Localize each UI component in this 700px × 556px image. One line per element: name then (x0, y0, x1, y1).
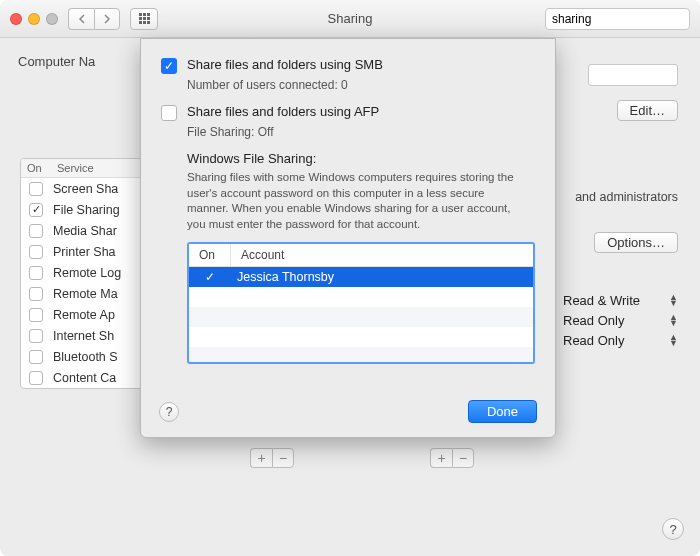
sheet-help-button[interactable]: ? (159, 402, 179, 422)
service-checkbox[interactable] (29, 182, 43, 196)
file-sharing-options-sheet: ✓ Share files and folders using SMB Numb… (140, 38, 556, 438)
afp-option-row[interactable]: Share files and folders using AFP (161, 104, 535, 121)
options-button[interactable]: Options… (594, 232, 678, 253)
service-checkbox[interactable] (29, 266, 43, 280)
nav-back-forward (68, 8, 120, 30)
admin-hint: and administrators (575, 190, 678, 204)
add-folder-button[interactable]: + (250, 448, 272, 468)
done-button[interactable]: Done (468, 400, 537, 423)
accounts-col-on: On (189, 244, 231, 266)
help-button[interactable]: ? (662, 518, 684, 540)
service-checkbox[interactable] (29, 329, 43, 343)
permissions-list: Read & Write ▲▼ Read Only ▲▼ Read Only ▲… (563, 290, 678, 350)
updown-icon[interactable]: ▲▼ (669, 294, 678, 306)
service-checkbox[interactable] (29, 371, 43, 385)
updown-icon[interactable]: ▲▼ (669, 334, 678, 346)
account-row-empty (189, 327, 533, 347)
back-button[interactable] (68, 8, 94, 30)
show-all-button[interactable] (130, 8, 158, 30)
service-checkbox[interactable] (29, 203, 43, 217)
afp-checkbox[interactable] (161, 105, 177, 121)
chevron-left-icon (78, 14, 86, 24)
computer-name-label: Computer Na (18, 54, 95, 69)
forward-button[interactable] (94, 8, 120, 30)
account-checkbox-icon[interactable]: ✓ (205, 270, 215, 284)
account-row-empty (189, 287, 533, 307)
right-panel-fragment: and administrators Options… (575, 190, 678, 253)
smb-label: Share files and folders using SMB (187, 57, 383, 72)
windows-sharing-description: Sharing files with some Windows computer… (187, 170, 527, 232)
grid-icon (139, 13, 150, 24)
sheet-bottom-bar: ? Done (159, 400, 537, 423)
smb-option-row[interactable]: ✓ Share files and folders using SMB (161, 57, 535, 74)
service-checkbox[interactable] (29, 350, 43, 364)
titlebar: Sharing ✕ (0, 0, 700, 38)
zoom-window-icon[interactable] (46, 13, 58, 25)
service-checkbox[interactable] (29, 308, 43, 322)
smb-checkbox[interactable]: ✓ (161, 58, 177, 74)
windows-sharing-title: Windows File Sharing: (187, 151, 535, 166)
permission-row[interactable]: Read Only ▲▼ (563, 310, 678, 330)
accounts-col-account: Account (231, 244, 533, 266)
search-field[interactable]: ✕ (545, 8, 690, 30)
users-plus-minus: + − (430, 448, 474, 468)
permission-label: Read Only (563, 313, 624, 328)
edit-button[interactable]: Edit… (617, 100, 678, 121)
sharing-prefs-window: Sharing ✕ Computer Na Edit… On Service S… (0, 0, 700, 556)
close-window-icon[interactable] (10, 13, 22, 25)
service-checkbox[interactable] (29, 287, 43, 301)
permission-row[interactable]: Read Only ▲▼ (563, 330, 678, 350)
folders-plus-minus: + − (250, 448, 294, 468)
remove-user-button[interactable]: − (452, 448, 474, 468)
permission-row[interactable]: Read & Write ▲▼ (563, 290, 678, 310)
computer-name-field[interactable] (588, 64, 678, 86)
minimize-window-icon[interactable] (28, 13, 40, 25)
accounts-table: On Account ✓ Jessica Thornsby (187, 242, 535, 364)
services-col-on: On (21, 159, 51, 177)
afp-label: Share files and folders using AFP (187, 104, 379, 119)
accounts-header: On Account (189, 244, 533, 267)
account-row[interactable]: ✓ Jessica Thornsby (189, 267, 533, 287)
account-row-empty (189, 347, 533, 364)
afp-status: File Sharing: Off (187, 125, 535, 139)
service-checkbox[interactable] (29, 245, 43, 259)
remove-folder-button[interactable]: − (272, 448, 294, 468)
account-name: Jessica Thornsby (231, 270, 533, 284)
permission-label: Read Only (563, 333, 624, 348)
search-input[interactable] (552, 12, 700, 26)
smb-status: Number of users connected: 0 (187, 78, 535, 92)
chevron-right-icon (103, 14, 111, 24)
service-checkbox[interactable] (29, 224, 43, 238)
account-row-empty (189, 307, 533, 327)
updown-icon[interactable]: ▲▼ (669, 314, 678, 326)
traffic-lights (10, 13, 58, 25)
permission-label: Read & Write (563, 293, 640, 308)
add-user-button[interactable]: + (430, 448, 452, 468)
